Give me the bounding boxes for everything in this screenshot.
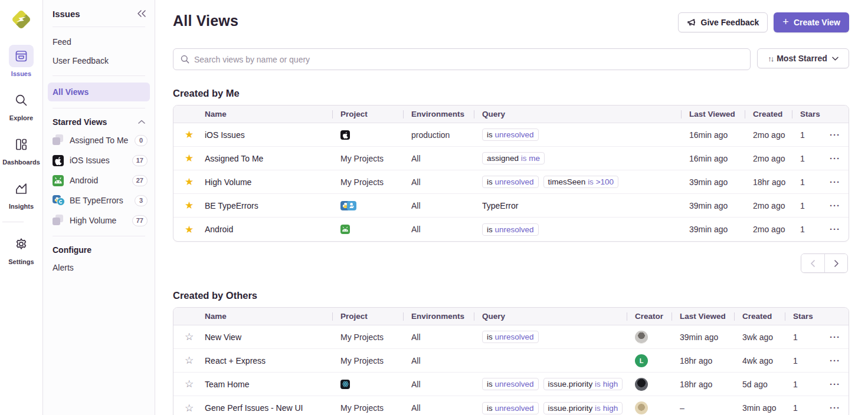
query-cell: is unresolvedissue.priority is high xyxy=(482,378,635,390)
starred-view-item[interactable]: iOS Issues 17 xyxy=(43,150,155,170)
search-views-input[interactable] xyxy=(194,55,743,64)
views-table: NameProjectEnvironmentsQueryLast ViewedC… xyxy=(173,105,849,242)
stars-cell: 1 xyxy=(800,130,830,140)
star-toggle-button[interactable]: ★ xyxy=(185,177,194,187)
megaphone-icon xyxy=(687,18,696,27)
project-label: My Projects xyxy=(340,177,384,187)
row-actions-button[interactable]: ··· xyxy=(830,380,840,388)
sidebar-item-alerts[interactable]: Alerts xyxy=(43,258,155,277)
view-name-link[interactable]: High Volume xyxy=(205,177,251,187)
project-cell: My Projects xyxy=(340,332,411,342)
all-views-page: All Views Give Feedback + Create View xyxy=(155,0,868,415)
sentry-logo[interactable] xyxy=(10,8,32,31)
stars-cell: 1 xyxy=(793,380,830,389)
apple-project-icon xyxy=(53,154,64,166)
view-name-link[interactable]: Android xyxy=(205,225,233,234)
view-name-link[interactable]: Gene Perf Issues - New UI xyxy=(205,403,303,413)
sidebar-item-user-feedback[interactable]: User Feedback xyxy=(43,51,155,70)
last-viewed-value: 18hr ago xyxy=(680,380,712,389)
created-cell: 2mo ago xyxy=(753,154,800,163)
column-header-stars: Stars xyxy=(793,312,830,321)
starred-view-item[interactable]: Android 27 xyxy=(43,170,155,190)
starred-view-item[interactable]: High Volume 77 xyxy=(43,210,155,230)
query-cell: TypeError xyxy=(482,201,689,210)
android-project-icon xyxy=(340,225,350,234)
views-table: NameProjectEnvironmentsQueryCreatorLast … xyxy=(173,307,849,415)
views-section: Created by Others NameProjectEnvironment… xyxy=(173,290,849,415)
environments-cell: All xyxy=(411,154,482,163)
query-token: issue.priority is high xyxy=(543,402,623,414)
stars-cell: 1 xyxy=(793,332,830,342)
view-name-link[interactable]: BE TypeErrors xyxy=(205,201,258,210)
sort-dropdown[interactable]: ↑↓ Most Starred xyxy=(757,48,849,68)
last-viewed-value: 39min ago xyxy=(689,225,728,234)
rail-item-issues[interactable]: Issues xyxy=(2,45,40,77)
star-toggle-button[interactable]: ★ xyxy=(185,200,194,210)
row-actions-button[interactable]: ··· xyxy=(830,154,840,163)
column-header-environments: Environments xyxy=(411,110,482,118)
collapse-sidebar-icon[interactable] xyxy=(137,9,146,18)
column-header-environments: Environments xyxy=(411,312,482,321)
row-actions-button[interactable]: ··· xyxy=(830,130,840,139)
row-actions-button[interactable]: ··· xyxy=(830,201,840,210)
rail-item-label: Issues xyxy=(11,70,31,77)
last-viewed-cell: 39min ago xyxy=(689,201,753,210)
create-view-button[interactable]: + Create View xyxy=(774,12,849,32)
stars-cell: 1 xyxy=(793,403,830,413)
rail-item-dashboards[interactable]: Dashboards xyxy=(2,133,40,166)
view-name-link[interactable]: New View xyxy=(205,332,241,342)
android-project-icon xyxy=(53,174,64,186)
star-toggle-button[interactable]: ☆ xyxy=(185,379,194,389)
view-name-link[interactable]: Assigned To Me xyxy=(205,154,263,163)
row-actions-button[interactable]: ··· xyxy=(830,356,840,365)
view-name-link[interactable]: Team Home xyxy=(205,380,249,389)
sidebar-item-feed[interactable]: Feed xyxy=(43,32,155,51)
give-feedback-button[interactable]: Give Feedback xyxy=(678,12,768,32)
project-cell xyxy=(340,130,411,140)
sidebar-item-all-views[interactable]: All Views xyxy=(48,83,150,101)
row-actions-button[interactable]: ··· xyxy=(830,225,840,233)
sort-arrows-icon: ↑↓ xyxy=(768,54,773,63)
platform-project-icon xyxy=(347,201,356,210)
star-toggle-button[interactable]: ☆ xyxy=(185,355,194,365)
view-table-row: ☆ Gene Perf Issues - New UI My Projects … xyxy=(173,396,849,415)
rail-item-settings[interactable]: Settings xyxy=(2,233,40,265)
star-toggle-button[interactable]: ☆ xyxy=(185,332,194,342)
divider xyxy=(53,27,145,27)
view-name-link[interactable]: React + Express xyxy=(205,356,266,365)
row-actions-button[interactable]: ··· xyxy=(830,177,840,186)
environments-cell: All xyxy=(411,403,482,413)
project-cell: My Projects xyxy=(340,154,411,163)
project-cell: My Projects xyxy=(340,403,411,413)
starred-view-item[interactable]: BE TypeErrors 3 xyxy=(43,190,155,210)
created-cell: 2mo ago xyxy=(753,130,800,140)
view-name-link[interactable]: iOS Issues xyxy=(205,130,245,140)
star-toggle-button[interactable]: ★ xyxy=(185,153,194,163)
rail-item-explore[interactable]: Explore xyxy=(2,89,40,121)
views-section: Created by Me NameProjectEnvironmentsQue… xyxy=(173,88,849,273)
previous-page-button[interactable] xyxy=(801,254,824,272)
next-page-button[interactable] xyxy=(824,254,847,272)
row-actions-button[interactable]: ··· xyxy=(830,332,840,341)
primary-nav-rail: Issues Explore Dashboards Insights Setti… xyxy=(0,0,43,415)
star-toggle-button[interactable]: ☆ xyxy=(185,403,194,413)
row-actions-button[interactable]: ··· xyxy=(830,403,840,412)
insights-icon xyxy=(14,182,28,196)
starred-view-item[interactable]: Assigned To Me 0 xyxy=(43,130,155,150)
give-feedback-label: Give Feedback xyxy=(701,18,759,27)
star-toggle-button[interactable]: ★ xyxy=(185,225,194,235)
last-viewed-value: 39min ago xyxy=(689,177,728,187)
environments-cell: All xyxy=(411,380,482,389)
project-label: My Projects xyxy=(340,154,384,163)
project-stack-icon xyxy=(53,215,64,226)
column-header-project: Project xyxy=(340,312,411,321)
chevron-up-icon[interactable] xyxy=(138,120,145,124)
configure-heading: Configure xyxy=(53,245,91,255)
query-cell: is unresolved xyxy=(482,129,689,141)
page-title: All Views xyxy=(173,12,238,29)
environments-cell: All xyxy=(411,332,482,342)
rail-item-insights[interactable]: Insights xyxy=(2,177,40,210)
creator-cell xyxy=(635,331,680,344)
column-header-creator: Creator xyxy=(635,312,680,321)
star-toggle-button[interactable]: ★ xyxy=(185,130,194,140)
